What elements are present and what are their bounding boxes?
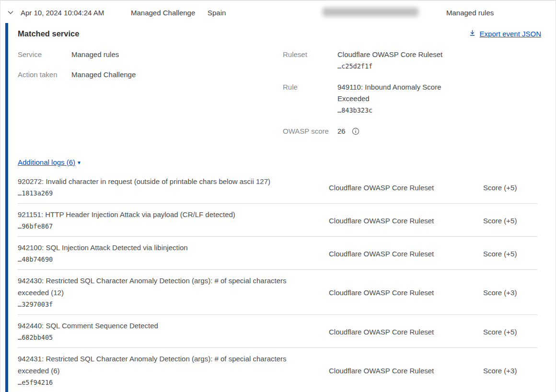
- log-rule-id: …e5f94216: [18, 377, 299, 389]
- event-service: Managed rules: [446, 9, 494, 17]
- log-rule-id: …1813a269: [18, 187, 299, 199]
- log-row: 942440: SQL Comment Sequence Detected …6…: [18, 315, 537, 348]
- redacted-value: [323, 8, 418, 16]
- log-ruleset-name: Cloudflare OWASP Core Ruleset: [329, 288, 466, 297]
- log-rule-id: …48b74690: [18, 254, 299, 265]
- security-event-panel: Apr 10, 2024 10:04:24 AM Managed Challen…: [0, 0, 556, 392]
- info-circle-icon[interactable]: [352, 127, 359, 135]
- field-service-label: Service: [18, 49, 71, 60]
- log-ruleset-name: Cloudflare OWASP Core Ruleset: [329, 328, 466, 336]
- log-row: 942431: Restricted SQL Character Anomaly…: [18, 348, 537, 392]
- field-owasp-score: OWASP score 26: [283, 126, 541, 137]
- log-row: 942430: Restricted SQL Character Anomaly…: [18, 270, 537, 315]
- chevron-down-icon[interactable]: [7, 9, 14, 16]
- field-action-taken: Action taken Managed Challenge: [18, 69, 283, 81]
- field-ruleset-label: Ruleset: [283, 49, 337, 72]
- log-rule-description: 921151: HTTP Header Injection Attack via…: [18, 208, 299, 220]
- field-action-taken-label: Action taken: [18, 69, 71, 81]
- additional-logs-toggle[interactable]: Additional logs (6)▼: [18, 158, 81, 166]
- log-rule-id: …682bb405: [18, 332, 299, 344]
- log-score: Score (+5): [483, 250, 537, 258]
- log-score: Score (+5): [483, 217, 537, 225]
- field-owasp-score-value: 26: [337, 126, 346, 137]
- log-rule-description: 920272: Invalid character in request (ou…: [18, 175, 299, 187]
- field-rule: Rule 949110: Inbound Anomaly Score Excee…: [283, 81, 541, 116]
- field-ruleset-value: Cloudflare OWASP Core Ruleset: [337, 49, 442, 60]
- event-timestamp: Apr 10, 2024 10:04:24 AM: [21, 9, 104, 17]
- expanded-row-accent-bar: [5, 23, 8, 392]
- log-rule-description: 942100: SQL Injection Attack Detected vi…: [18, 242, 299, 254]
- log-rule-description: 942431: Restricted SQL Character Anomaly…: [18, 353, 299, 377]
- log-row: 920272: Invalid character in request (ou…: [18, 171, 537, 204]
- additional-logs-label: Additional logs (6): [18, 158, 75, 166]
- export-event-json-label: Export event JSON: [480, 30, 541, 38]
- event-row-header[interactable]: Apr 10, 2024 10:04:24 AM Managed Challen…: [0, 0, 556, 23]
- event-detail-section: Matched service Export event JSON Servic…: [0, 23, 556, 392]
- field-action-taken-value: Managed Challenge: [71, 69, 136, 81]
- log-score: Score (+3): [483, 288, 537, 297]
- log-rule-id: …96bfe867: [18, 220, 299, 232]
- log-ruleset-name: Cloudflare OWASP Core Ruleset: [329, 217, 466, 225]
- log-row: 921151: HTTP Header Injection Attack via…: [18, 204, 537, 237]
- field-rule-label: Rule: [283, 81, 337, 116]
- log-rule-description: 942440: SQL Comment Sequence Detected: [18, 320, 299, 332]
- field-owasp-score-label: OWASP score: [283, 126, 337, 137]
- log-ruleset-name: Cloudflare OWASP Core Ruleset: [329, 184, 466, 192]
- field-ruleset-id: …c25d2f1f: [337, 60, 442, 72]
- log-ruleset-name: Cloudflare OWASP Core Ruleset: [329, 250, 466, 258]
- export-event-json-link[interactable]: Export event JSON: [469, 29, 541, 38]
- caret-down-icon: ▼: [77, 160, 81, 165]
- log-score: Score (+5): [483, 328, 537, 336]
- log-row: 942100: SQL Injection Attack Detected vi…: [18, 237, 537, 270]
- log-rule-description: 942430: Restricted SQL Character Anomaly…: [18, 275, 299, 299]
- event-country: Spain: [208, 9, 226, 17]
- event-action-taken: Managed Challenge: [131, 9, 195, 17]
- log-score: Score (+3): [483, 367, 537, 375]
- download-icon: [469, 29, 476, 38]
- log-ruleset-name: Cloudflare OWASP Core Ruleset: [329, 367, 466, 375]
- field-rule-value: 949110: Inbound Anomaly Score Exceeded: [337, 81, 455, 104]
- log-rule-id: …3297003f: [18, 299, 299, 311]
- field-rule-id: …843b323c: [337, 104, 455, 116]
- field-service: Service Managed rules: [18, 49, 283, 60]
- matched-service-title: Matched service: [18, 29, 79, 38]
- additional-logs-table: 920272: Invalid character in request (ou…: [18, 171, 537, 392]
- log-score: Score (+5): [483, 184, 537, 192]
- field-ruleset: Ruleset Cloudflare OWASP Core Ruleset …c…: [283, 49, 541, 72]
- field-service-value: Managed rules: [71, 49, 119, 60]
